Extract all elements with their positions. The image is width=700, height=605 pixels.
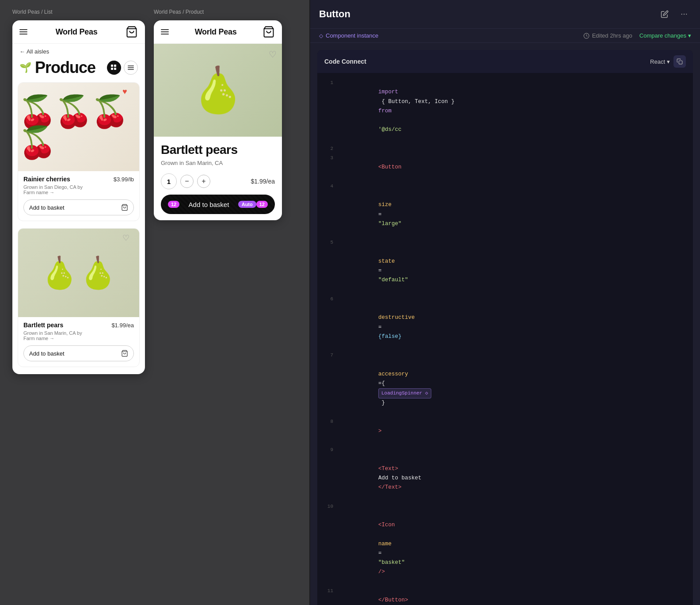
pear-name-row: Bartlett pears $1.99/ea — [23, 322, 134, 329]
svg-rect-5 — [128, 65, 134, 66]
section-title: Produce — [35, 58, 95, 77]
qty-minus-btn[interactable]: − — [180, 175, 194, 188]
menu-icon[interactable] — [19, 29, 27, 34]
code-line-4: 4 size = "large" — [317, 182, 693, 238]
cherry-image: 🍒🍒🍒🍒 ♥ — [18, 83, 139, 171]
cherry-info: Rainier cherries $3.99/lb Grown in San D… — [18, 171, 139, 221]
copy-code-btn[interactable] — [673, 55, 686, 68]
svg-rect-15 — [679, 61, 682, 64]
qty-plus-btn[interactable]: + — [197, 175, 210, 188]
back-link[interactable]: ← All aisles — [12, 44, 145, 57]
svg-rect-3 — [111, 68, 113, 70]
product-hero-image: 🍐 ♡ — [154, 44, 282, 137]
basket-icon[interactable] — [126, 26, 138, 38]
code-line-6: 6 destructive = {false} — [317, 295, 693, 351]
clock-icon — [583, 33, 590, 39]
quantity-control: 1 − + — [161, 173, 210, 189]
pear-info: Bartlett pears $1.99/ea Grown in San Mar… — [18, 317, 139, 367]
pear-add-label: Add to basket — [29, 350, 65, 357]
inspector-subtitle: ◇ Component instance Edited 2hrs ago Com… — [310, 29, 700, 43]
code-line-5: 5 state = "default" — [317, 238, 693, 295]
product-add-basket-btn[interactable]: 12 Add to basket Auto 12 — [161, 195, 275, 214]
inspector-panel: Button ◇ Component instance — [310, 0, 700, 605]
product-phone-column: World Peas / Product World Peas 🍐 ♡ — [154, 9, 282, 220]
grid-view-btn[interactable] — [107, 61, 121, 75]
quantity-value: 1 — [161, 173, 177, 189]
compare-changes-label: Compare changes — [639, 32, 686, 39]
cherry-heart-btn[interactable]: ♥ — [122, 87, 135, 100]
product-hero-heart[interactable]: ♡ — [269, 49, 277, 60]
svg-rect-2 — [114, 65, 116, 67]
product-detail-origin: Grown in San Marin, CA — [161, 160, 275, 166]
svg-point-12 — [684, 14, 685, 15]
cherry-origin: Grown in San Diego, CA by Farm name → — [23, 184, 134, 195]
cherry-basket-icon — [121, 204, 128, 211]
edit-info: Edited 2hrs ago — [583, 32, 632, 39]
product-phone-header: World Peas — [154, 20, 282, 44]
framework-chevron: ▾ — [667, 58, 670, 65]
code-connect-section: Code Connect React ▾ — [317, 50, 693, 605]
svg-point-11 — [681, 14, 682, 15]
framework-dropdown[interactable]: React ▾ — [650, 58, 670, 65]
pear-art: 🍐🍐 — [18, 229, 139, 317]
badge-right: 12 — [256, 201, 268, 208]
add-basket-label: Add to basket — [179, 201, 238, 208]
framework-label: React — [650, 58, 665, 65]
pear-name: Bartlett pears — [23, 322, 63, 329]
code-line-10: 10 <Icon name = "basket" /> — [317, 502, 693, 586]
code-connect-header: Code Connect React ▾ — [317, 50, 693, 73]
edit-icon-btn[interactable] — [658, 7, 672, 21]
left-panel: World Peas / List World Peas ← All aisle… — [0, 0, 309, 605]
more-icon — [680, 10, 688, 18]
product-detail-name: Bartlett pears — [161, 143, 275, 157]
pear-price: $1.99/ea — [111, 322, 134, 329]
list-phone-column: World Peas / List World Peas ← All aisle… — [12, 9, 145, 374]
product-basket-nav-icon[interactable] — [262, 26, 275, 38]
pear-image: 🍐🍐 ♡ — [18, 229, 139, 317]
code-block: 1 import { Button, Text, Icon } from '@d… — [317, 73, 693, 605]
cherry-name: Rainier cherries — [23, 176, 70, 183]
section-title-area: 🌱 Produce — [19, 58, 95, 77]
section-header: 🌱 Produce — [12, 57, 145, 82]
chevron-down-icon: ▾ — [688, 32, 691, 39]
pear-heart-btn[interactable]: ♡ — [122, 233, 135, 245]
product-phone-title: World Peas — [195, 27, 237, 37]
code-line-1: 1 import { Button, Text, Icon } from '@d… — [317, 78, 693, 144]
inspector-title: Button — [319, 8, 350, 20]
component-instance-label: ◇ Component instance — [319, 32, 378, 39]
cherry-product-card: 🍒🍒🍒🍒 ♥ Rainier cherries $3.99/lb Grown i… — [18, 82, 140, 221]
quantity-price-row: 1 − + $1.99/ea — [161, 173, 275, 189]
product-unit-price: $1.99/ea — [251, 178, 275, 185]
list-view-btn[interactable] — [124, 61, 138, 75]
list-phone: World Peas ← All aisles 🌱 Produce — [12, 20, 145, 374]
code-line-8: 8 > — [317, 417, 693, 445]
product-menu-icon[interactable] — [161, 29, 169, 34]
pear-add-basket-btn[interactable]: Add to basket — [23, 345, 134, 361]
code-line-9: 9 <Text> Add to basket </Text> — [317, 445, 693, 502]
edit-icon — [661, 10, 669, 18]
cherry-add-basket-btn[interactable]: Add to basket — [23, 199, 134, 215]
badge-auto: Auto — [238, 201, 256, 208]
product-detail-content: Bartlett pears Grown in San Marin, CA 1 … — [154, 137, 282, 220]
cherry-name-row: Rainier cherries $3.99/lb — [23, 176, 134, 183]
code-connect-title: Code Connect — [324, 58, 366, 65]
inspector-topbar: Button — [310, 0, 700, 29]
topbar-actions — [658, 7, 691, 21]
code-line-2: 2 — [317, 144, 693, 153]
code-line-3: 3 <Button — [317, 153, 693, 182]
pear-product-card: 🍐🍐 ♡ Bartlett pears $1.99/ea Grown in Sa… — [18, 228, 140, 367]
component-instance-text: Component instance — [326, 32, 378, 39]
list-phone-header: World Peas — [12, 20, 145, 44]
list-phone-title: World Peas — [56, 27, 98, 37]
cherry-art: 🍒🍒🍒🍒 — [18, 83, 139, 171]
inspector-scroll: Code Connect React ▾ — [310, 43, 700, 605]
svg-rect-1 — [111, 65, 113, 67]
pear-origin: Grown in San Marin, CA by Farm name → — [23, 330, 134, 341]
svg-point-13 — [686, 14, 687, 15]
copy-icon — [677, 58, 683, 65]
svg-rect-6 — [128, 67, 134, 68]
product-phone: World Peas 🍐 ♡ Bartlett pears Grown in S… — [154, 20, 282, 220]
more-options-btn[interactable] — [677, 7, 691, 21]
pear-basket-icon — [121, 350, 128, 357]
compare-changes-btn[interactable]: Compare changes ▾ — [639, 32, 691, 39]
